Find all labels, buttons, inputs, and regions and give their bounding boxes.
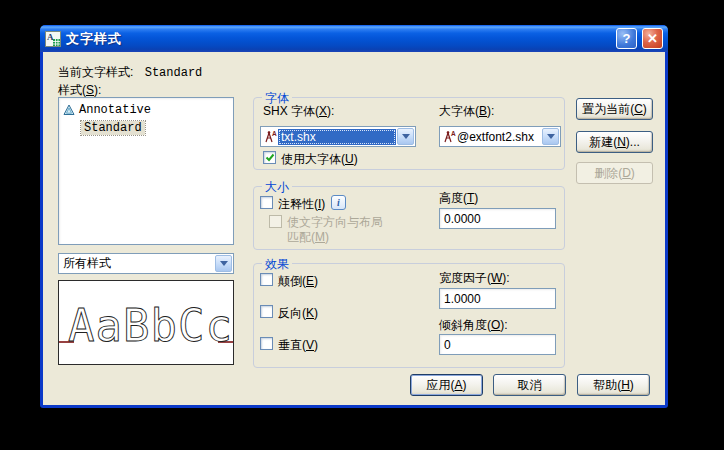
backwards-checkbox[interactable]: 反向(K) [260, 305, 318, 322]
info-icon[interactable]: i [331, 195, 346, 210]
chevron-down-icon[interactable] [215, 255, 232, 272]
size-group: 大小 注释性(I) i 使文字方向与布局匹配(M) 高度(T) 0.0000 [253, 186, 565, 250]
checkbox-box[interactable] [260, 196, 273, 209]
current-style-value: Standard [145, 66, 203, 80]
oblique-angle-field[interactable]: 0 [439, 334, 556, 355]
window-title: 文字样式 [66, 30, 611, 48]
vertical-label: 垂直(V) [278, 337, 318, 354]
checkbox-box[interactable] [260, 337, 273, 350]
big-font-icon: A [442, 130, 456, 143]
svg-text:A: A [47, 32, 54, 42]
chevron-down-icon[interactable] [542, 128, 559, 145]
big-font-value: @extfont2.shx [456, 130, 541, 144]
annotative-label: 注释性(I) [278, 196, 325, 213]
titlebar-help-button[interactable]: ? [616, 28, 637, 49]
preview-sample: AaBbCc [59, 281, 233, 364]
svg-text:A: A [272, 130, 277, 137]
checkbox-box[interactable] [260, 305, 273, 318]
titlebar: A 文字样式 ? ✕ [40, 25, 668, 52]
checkbox-box [269, 215, 282, 228]
delete-button: 删除(D) [576, 162, 653, 184]
shx-font-label: SHX 字体(X): [263, 103, 334, 120]
styles-listbox[interactable]: Annotative Standard [58, 97, 234, 245]
upside-down-label: 颠倒(E) [278, 273, 318, 290]
checkmark-icon [265, 153, 275, 163]
cancel-button[interactable]: 取消 [493, 374, 566, 396]
shx-font-icon: A [263, 130, 277, 143]
checkbox-box[interactable] [263, 151, 276, 164]
new-style-button[interactable]: 新建(N)... [576, 131, 653, 153]
list-item-standard[interactable]: Standard [59, 119, 233, 137]
app-icon: A [45, 31, 61, 47]
font-group: 字体 SHX 字体(X): 大字体(B): A txt.shx A @extfo… [253, 97, 565, 170]
list-item-label: Annotative [79, 103, 151, 117]
list-item-annotative[interactable]: Annotative [59, 101, 233, 119]
oblique-angle-label: 倾斜角度(O): [439, 317, 508, 334]
chevron-down-icon[interactable] [397, 128, 414, 145]
effects-group: 效果 颠倒(E) 反向(K) 垂直(V) [253, 263, 565, 368]
annotative-icon [63, 104, 75, 116]
help-button[interactable]: 帮助(H) [577, 374, 650, 396]
height-field[interactable]: 0.0000 [439, 208, 556, 229]
current-style-line: 当前文字样式: Standard [58, 64, 202, 81]
checkbox-box[interactable] [260, 273, 273, 286]
style-filter-value: 所有样式 [59, 255, 214, 272]
preview-text: AaBbCc [68, 300, 233, 351]
use-big-font-label: 使用大字体(U) [281, 151, 358, 168]
set-current-button[interactable]: 置为当前(C) [576, 98, 653, 120]
effects-group-title: 效果 [262, 256, 292, 273]
width-factor-field[interactable]: 1.0000 [439, 288, 556, 309]
vertical-checkbox[interactable]: 垂直(V) [260, 337, 318, 354]
style-filter-combobox[interactable]: 所有样式 [58, 253, 234, 274]
annotative-checkbox[interactable]: 注释性(I) [260, 196, 325, 213]
shx-font-value: txt.shx [278, 129, 396, 145]
height-label: 高度(T) [439, 190, 478, 207]
close-icon[interactable]: ✕ [642, 28, 663, 49]
big-font-label: 大字体(B): [439, 103, 494, 120]
backwards-label: 反向(K) [278, 305, 318, 322]
upside-down-checkbox[interactable]: 颠倒(E) [260, 273, 318, 290]
current-style-label: 当前文字样式: [58, 65, 133, 79]
big-font-combobox[interactable]: A @extfont2.shx [439, 126, 561, 147]
text-style-dialog: A 文字样式 ? ✕ 当前文字样式: Standard 样式(S): Annot… [40, 25, 668, 408]
apply-button[interactable]: 应用(A) [410, 374, 483, 396]
match-layout-label: 使文字方向与布局匹配(M) [287, 215, 391, 245]
preview-pane: AaBbCc [58, 280, 234, 365]
size-group-title: 大小 [262, 179, 292, 196]
match-layout-checkbox: 使文字方向与布局匹配(M) [269, 215, 399, 245]
width-factor-label: 宽度因子(W): [439, 270, 510, 287]
use-big-font-checkbox[interactable]: 使用大字体(U) [263, 151, 358, 168]
list-item-label-selected: Standard [81, 121, 145, 135]
shx-font-combobox[interactable]: A txt.shx [260, 126, 416, 147]
